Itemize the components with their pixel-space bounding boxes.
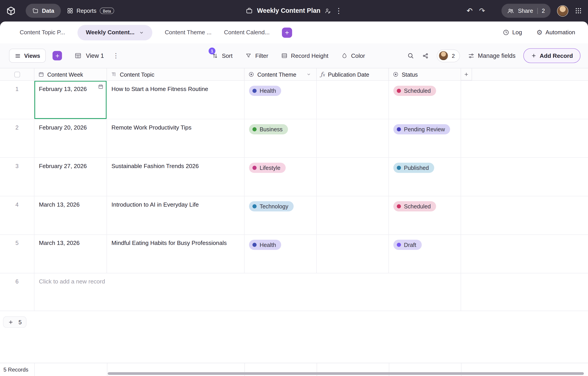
center-tools: 1 Sort Filter	[212, 52, 365, 59]
cell-content-topic[interactable]: Remote Work Productivity Tips	[107, 119, 245, 157]
new-record-cell[interactable]: Click to add a new record	[34, 273, 461, 311]
new-record-row[interactable]: 6 Click to add a new record	[0, 273, 588, 311]
current-view[interactable]: View 1 ⋮	[75, 52, 119, 60]
reports-grid-icon	[67, 8, 73, 14]
collaborator-icon[interactable]	[324, 8, 331, 14]
status-label: Pending Review	[404, 126, 445, 133]
tab-content-theme[interactable]: Content Theme ...	[165, 29, 212, 36]
column-header-content-week[interactable]: Content Week	[34, 68, 107, 80]
user-avatar[interactable]	[557, 5, 568, 17]
records-count-label: 5 Records	[3, 366, 28, 373]
cell-status[interactable]: Scheduled	[389, 81, 461, 119]
cell-content-week[interactable]: February 27, 2026	[34, 158, 107, 196]
table-row[interactable]: 4 March 13, 2026 Introduction to AI in E…	[0, 196, 588, 235]
manage-fields-button[interactable]: Manage fields	[468, 52, 515, 59]
color-button[interactable]: Color	[341, 52, 365, 59]
app-logo-icon[interactable]	[6, 6, 16, 16]
cell-content-topic[interactable]: Sustainable Fashion Trends 2026	[107, 158, 245, 196]
cell-content-theme[interactable]: Health	[245, 235, 317, 273]
share-button[interactable]: Share 2	[501, 4, 551, 18]
cell-content-theme[interactable]: Lifestyle	[245, 158, 317, 196]
content-topic-value: Mindful Eating Habits for Busy Professio…	[111, 240, 227, 246]
table-row[interactable]: 1 February 13, 2026 How to Start a Home …	[0, 81, 588, 119]
sort-icon: 1	[212, 52, 218, 59]
filter-button[interactable]: Filter	[245, 52, 268, 59]
theme-label: Lifestyle	[260, 165, 280, 171]
column-header-content-theme[interactable]: Content Theme	[245, 68, 317, 80]
column-header-content-topic[interactable]: Content Topic	[107, 68, 245, 80]
view-kebab-icon[interactable]: ⋮	[113, 52, 119, 60]
cell-status[interactable]: Scheduled	[389, 196, 461, 234]
horizontal-scrollbar[interactable]	[108, 372, 584, 375]
view-name: View 1	[86, 52, 104, 59]
cell-content-theme[interactable]: Business	[245, 119, 317, 157]
table-row[interactable]: 5 March 13, 2026 Mindful Eating Habits f…	[0, 235, 588, 273]
table-row[interactable]: 2 February 20, 2026 Remote Work Producti…	[0, 119, 588, 158]
sort-button[interactable]: 1 Sort	[212, 52, 233, 59]
tab-content-calendar[interactable]: Content Calend...	[224, 29, 269, 36]
cell-content-topic[interactable]: Introduction to AI in Everyday Life	[107, 196, 245, 234]
add-field-button[interactable]	[461, 68, 472, 80]
cell-publication-date[interactable]	[317, 119, 389, 157]
document-title-group: Weekly Content Plan ⋮	[246, 7, 342, 15]
cell-publication-date[interactable]	[317, 81, 389, 119]
cell-content-week[interactable]: February 13, 2026	[34, 81, 107, 119]
page-title: Weekly Content Plan	[257, 7, 321, 15]
row-number: 1	[0, 81, 34, 119]
text-field-icon	[111, 71, 117, 77]
gear-icon: ⚙	[536, 29, 543, 36]
theme-pill: Business	[249, 124, 288, 134]
cell-content-week[interactable]: February 20, 2026	[34, 119, 107, 157]
cell-publication-date[interactable]	[317, 158, 389, 196]
select-all-checkbox[interactable]	[14, 72, 20, 77]
cell-publication-date[interactable]	[317, 196, 389, 234]
column-chevron-down-icon[interactable]	[307, 72, 311, 77]
theme-label: Technology	[260, 203, 289, 209]
nav-reports-label: Reports	[76, 8, 96, 14]
status-dot-icon	[397, 243, 401, 247]
apps-grid-icon[interactable]	[575, 7, 582, 14]
date-picker-icon[interactable]	[98, 84, 103, 89]
add-row-button[interactable]: 5	[3, 316, 26, 328]
add-table-button[interactable]	[282, 27, 292, 37]
cell-content-theme[interactable]: Technology	[245, 196, 317, 234]
cell-publication-date[interactable]	[317, 235, 389, 273]
nav-data-button[interactable]: Data	[26, 4, 61, 18]
table-row[interactable]: 3 February 27, 2026 Sustainable Fashion …	[0, 158, 588, 196]
status-label: Scheduled	[404, 88, 431, 94]
log-button[interactable]: Log	[502, 29, 522, 36]
automation-label: Automation	[545, 29, 575, 36]
column-header-status[interactable]: Status	[389, 68, 461, 80]
cell-status[interactable]: Pending Review	[389, 119, 461, 157]
single-select-icon	[248, 71, 254, 77]
record-height-button[interactable]: Record Height	[281, 52, 329, 59]
column-header-publication-date[interactable]: ƒx Publication Date	[317, 68, 389, 80]
theme-pill: Health	[249, 86, 281, 96]
cell-content-week[interactable]: March 13, 2026	[34, 196, 107, 234]
cell-content-topic[interactable]: Mindful Eating Habits for Busy Professio…	[107, 235, 245, 273]
automation-button[interactable]: ⚙ Automation	[536, 29, 575, 36]
share-nodes-icon[interactable]	[422, 52, 429, 59]
column-label: Content Week	[47, 71, 83, 78]
undo-icon[interactable]: ↶	[467, 7, 473, 14]
title-kebab-icon[interactable]: ⋮	[335, 7, 342, 14]
redo-icon[interactable]: ↷	[479, 7, 485, 14]
sort-count-badge: 1	[209, 47, 215, 54]
cell-status[interactable]: Published	[389, 158, 461, 196]
add-record-button[interactable]: Add Record	[524, 48, 580, 63]
content-topic-value: How to Start a Home Fitness Routine	[111, 86, 208, 92]
tab-content-topic[interactable]: Content Topic P...	[20, 29, 65, 36]
tab-weekly-content[interactable]: Weekly Content...	[78, 25, 152, 40]
footer-column-divider	[107, 363, 107, 376]
color-icon	[341, 52, 348, 59]
cell-content-week[interactable]: March 13, 2026	[34, 235, 107, 273]
nav-reports-button[interactable]: Reports Beta	[61, 4, 120, 18]
views-button[interactable]: Views	[9, 49, 46, 63]
collaborators-pill[interactable]: 2	[437, 49, 460, 62]
clock-icon	[502, 29, 509, 36]
cell-status[interactable]: Draft	[389, 235, 461, 273]
cell-content-topic[interactable]: How to Start a Home Fitness Routine	[107, 81, 245, 119]
add-view-button[interactable]	[53, 51, 62, 60]
search-icon[interactable]	[407, 52, 414, 59]
cell-content-theme[interactable]: Health	[245, 81, 317, 119]
